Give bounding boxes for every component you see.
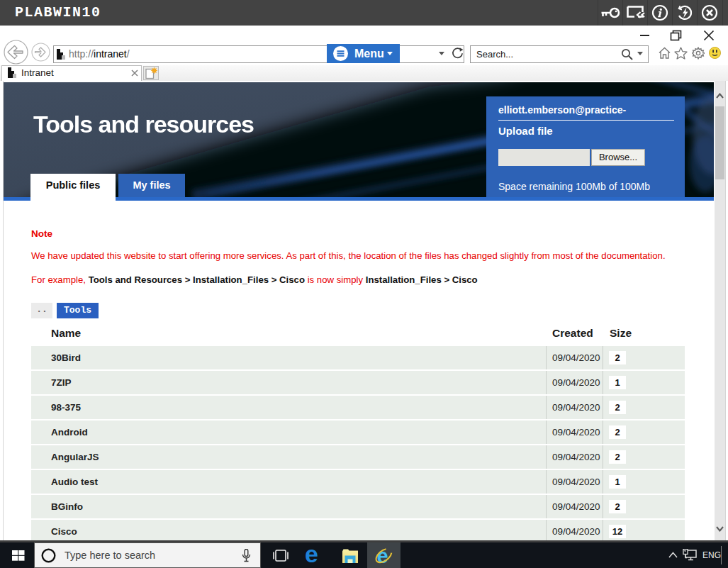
svg-text:Tools and resources: Tools and resources <box>33 111 254 138</box>
